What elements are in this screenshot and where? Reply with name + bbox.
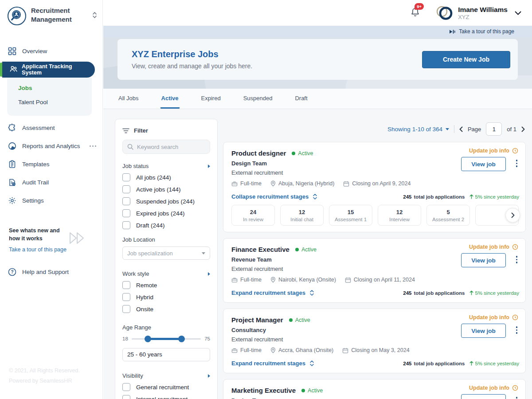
stage-count: 5	[446, 209, 450, 215]
sidebar-item-ats-pill[interactable]: Applicant Tracking System	[2, 62, 95, 78]
status-dot-icon	[289, 318, 293, 322]
sidebar-item-help[interactable]: ? Help and Support	[0, 264, 102, 279]
avatar[interactable]	[435, 4, 454, 22]
expand-stages-link[interactable]: Expand recruitment stages	[231, 360, 314, 367]
update-job-info-link[interactable]: Update job info	[469, 148, 518, 154]
sidebar-item-audit[interactable]: Audit Trail	[0, 175, 102, 190]
user-block[interactable]: Imane Williams XYZ	[458, 5, 508, 20]
org-switcher-icon[interactable]	[92, 12, 97, 20]
update-job-info-link[interactable]: Update job info	[469, 244, 518, 250]
view-job-button[interactable]: View job	[461, 394, 506, 399]
age-range-label: Age Range	[122, 324, 151, 331]
stage-chip[interactable]: 12 Initial chat	[280, 205, 324, 226]
chevron-down-icon[interactable]	[515, 9, 521, 17]
sidebar-item-settings[interactable]: Settings	[0, 193, 102, 208]
kebab-menu-icon[interactable]	[516, 160, 518, 167]
checkbox-all-jobs[interactable]	[122, 173, 130, 181]
filter-option: Hybrid	[122, 293, 210, 301]
page-banner: XYZ Enterprise Jobs View, create and man…	[103, 37, 532, 89]
play-icon[interactable]	[67, 230, 87, 248]
view-job-button[interactable]: View job	[461, 253, 506, 267]
checkbox-remote[interactable]	[122, 281, 130, 289]
expand-stages-link[interactable]: Expand recruitment stages	[231, 289, 314, 296]
sidebar-item-assessment[interactable]: Assessment	[0, 120, 102, 135]
checkbox-draft[interactable]	[122, 221, 130, 229]
kebab-menu-icon[interactable]	[516, 326, 518, 334]
checkbox-active-jobs[interactable]	[122, 185, 130, 193]
checkbox-expired-jobs[interactable]	[122, 209, 130, 217]
closing-label: Closing on April 9, 2024	[352, 180, 411, 187]
stage-chip[interactable]: 12 Interview	[378, 205, 421, 226]
history-clock-icon	[512, 148, 518, 154]
tab-all-jobs[interactable]: All Jobs	[117, 89, 140, 109]
create-new-job-button[interactable]: Create New Job	[422, 51, 510, 68]
filter-option: Suspended jobs (244)	[122, 197, 210, 205]
tab-suspended[interactable]: Suspended	[243, 89, 274, 109]
sidebar-item-ats[interactable]: Applicant Tracking System	[0, 62, 95, 78]
gear-icon	[8, 196, 16, 205]
checkbox-hybrid[interactable]	[122, 293, 130, 301]
stage-chip[interactable]: 24 In review	[231, 205, 275, 226]
stages-next-button[interactable]	[505, 208, 520, 223]
tab-draft[interactable]: Draft	[294, 89, 308, 109]
kebab-menu-icon[interactable]	[516, 397, 518, 399]
option-label: General recruitment	[136, 384, 189, 391]
showing-dropdown[interactable]: Showing 1-10 of 364	[387, 126, 449, 133]
checkbox-general-recruitment[interactable]	[122, 383, 130, 391]
job-specialization-select[interactable]: Job specialization	[122, 246, 210, 260]
slider-track[interactable]	[132, 338, 201, 340]
update-job-info-link[interactable]: Update job info	[469, 385, 518, 391]
location-meta: Nairobi, Kenya (Onsite)	[270, 277, 336, 283]
sidebar-item-overview[interactable]: Overview	[0, 43, 102, 59]
more-icon[interactable]	[90, 145, 96, 147]
tab-expired[interactable]: Expired	[200, 89, 222, 109]
sidebar-item-label: Overview	[22, 48, 47, 55]
toggle-label: Expand recruitment stages	[231, 289, 305, 296]
status-badge: Active	[292, 150, 313, 156]
keyword-search-input[interactable]	[137, 144, 205, 150]
page-tour-link[interactable]: Take a tour of this page	[459, 28, 514, 35]
view-job-button[interactable]: View job	[461, 324, 506, 338]
sidebar-item-reports[interactable]: Reports and Analytics	[0, 138, 102, 153]
age-range-section: Age Range	[122, 324, 210, 331]
results-column: Showing 1-10 of 364 Page of 1 Product de…	[223, 119, 526, 399]
sidebar-item-jobs[interactable]: Jobs	[18, 85, 92, 91]
page-number-input[interactable]	[486, 122, 502, 136]
chevron-right-icon[interactable]	[208, 272, 210, 276]
ats-subnav: Jobs Talent Pool	[7, 78, 92, 116]
notification-bell-icon[interactable]: 9+	[411, 7, 420, 19]
tab-active[interactable]: Active	[160, 89, 180, 109]
tour-band: Take a tour of this page	[103, 26, 532, 37]
app-title: Recruitment Management	[31, 6, 83, 23]
job-card: Product designer Active Design Team Exte…	[223, 142, 526, 232]
checkbox-internal-recruitment[interactable]	[122, 395, 130, 399]
sidebar-item-templates[interactable]: Templates	[0, 156, 102, 172]
employment-label: Full-time	[240, 277, 262, 283]
arrow-up-icon	[469, 361, 473, 366]
stage-label: Initial chat	[290, 217, 313, 222]
slider-handle-max[interactable]	[178, 336, 185, 342]
page-prev-button[interactable]	[459, 126, 463, 132]
update-job-info-link[interactable]: Update job info	[469, 314, 518, 321]
checkbox-suspended-jobs[interactable]	[122, 197, 130, 205]
audit-doc-icon	[8, 178, 16, 187]
checkbox-onsite[interactable]	[122, 305, 130, 313]
collapse-stages-link[interactable]: Collapse recruitment stages	[231, 193, 317, 200]
location-pin-icon	[270, 347, 276, 353]
sidebar-item-talent-pool[interactable]: Talent Pool	[18, 99, 92, 106]
view-job-button[interactable]: View job	[461, 157, 506, 171]
slider-handle-min[interactable]	[145, 336, 151, 342]
applications-label: total job applications	[414, 194, 465, 200]
update-label: Update job info	[469, 148, 509, 154]
kebab-menu-icon[interactable]	[516, 256, 518, 263]
chevron-right-icon[interactable]	[208, 374, 210, 378]
page-next-button[interactable]	[521, 126, 525, 132]
job-title: Project Manager	[231, 316, 283, 324]
location-meta: Abuja, Nigeria (Hybrid)	[270, 180, 334, 187]
content-area: Filter Job status All jobs (244)	[103, 109, 532, 399]
employment-meta: Full-time	[231, 180, 262, 187]
stage-chip[interactable]: 15 Assessment 1	[329, 205, 372, 226]
stage-chip[interactable]: 5 Assessment 2	[426, 205, 470, 226]
filter-option: Expired jobs (244)	[122, 209, 210, 217]
chevron-right-icon[interactable]	[208, 164, 210, 168]
